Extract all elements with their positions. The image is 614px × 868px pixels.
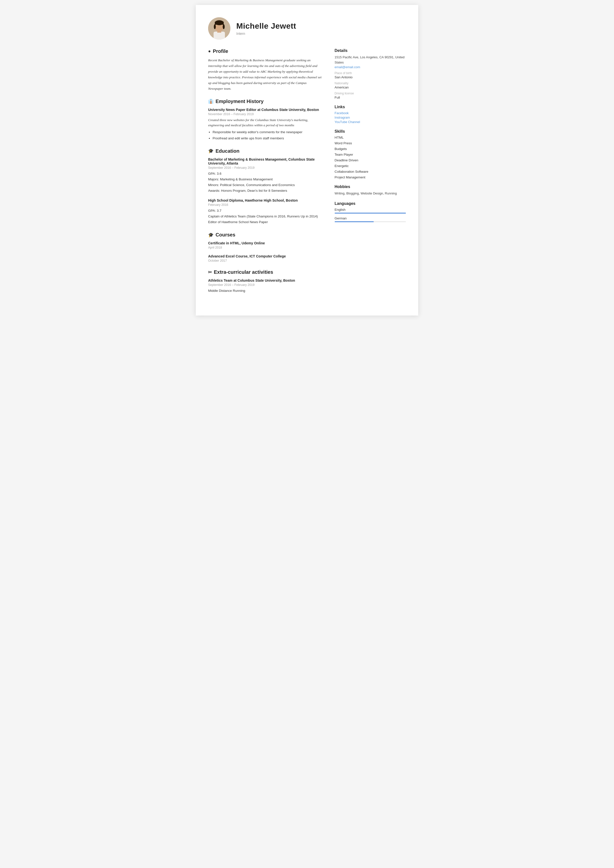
- courses-icon: 🎓: [208, 232, 214, 238]
- course-title-1: Advanced Excel Course, ICT Computer Coll…: [208, 254, 322, 258]
- skill-7: Project Management: [335, 175, 406, 179]
- edu-title-0: Bachelor of Marketing & Business Managem…: [208, 157, 322, 165]
- employment-bullets-0: Responsible for weekly editor's comments…: [213, 129, 322, 141]
- links-heading: Links: [335, 105, 406, 109]
- language-name-0: English: [335, 208, 406, 211]
- course-title-0: Certificate in HTML, Udemy Online: [208, 241, 322, 245]
- edu-title-1: High School Diploma, Hawthorne High Scho…: [208, 198, 322, 202]
- edu-detail-0-3: Awards: Honors Program, Dean's list for …: [208, 188, 322, 194]
- employment-title-0: University News Paper Editor at Columbus…: [208, 108, 322, 112]
- languages-section: Languages English German: [335, 202, 406, 222]
- language-bar-bg-0: [335, 213, 406, 214]
- avatar: [208, 17, 230, 40]
- svg-point-6: [223, 24, 225, 29]
- extracurricular-heading: ✂ Extra-curricular activities: [208, 269, 322, 275]
- skill-2: Budgets: [335, 147, 406, 151]
- education-icon: 🎓: [208, 148, 214, 154]
- employment-heading: 👔 Employment History: [208, 99, 322, 104]
- courses-heading: 🎓 Courses: [208, 232, 322, 238]
- skills-section: Skills HTML Word Press Budgets Team Play…: [335, 129, 406, 179]
- course-date-0: April 2018: [208, 246, 322, 249]
- details-section: Details 1515 Pacific Ave, Los Angeles, C…: [335, 48, 406, 99]
- extra-title-0: Athletics Team at Columbus State Univers…: [208, 279, 322, 282]
- profile-heading: ● Profile: [208, 48, 322, 54]
- employment-icon: 👔: [208, 99, 214, 104]
- extra-item-0: Athletics Team at Columbus State Univers…: [208, 279, 322, 294]
- employment-date-0: November 2016 – February 2019: [208, 112, 322, 116]
- edu-detail-1-2: Editor of Hawthorne School News Paper: [208, 219, 322, 225]
- extra-detail-0-0: Middle Distance Running: [208, 288, 322, 294]
- education-item-1: High School Diploma, Hawthorne High Scho…: [208, 198, 322, 225]
- skill-5: Energetic: [335, 164, 406, 168]
- language-bar-fill-0: [335, 213, 406, 214]
- language-1: German: [335, 217, 406, 222]
- language-bar-fill-1: [335, 222, 374, 222]
- languages-heading: Languages: [335, 202, 406, 206]
- place-of-birth: San Antonio: [335, 75, 406, 79]
- edu-detail-0-1: Majors: Marketing & Business Management: [208, 177, 322, 182]
- bullet-item: Responsible for weekly editor's comments…: [213, 129, 322, 135]
- education-section: 🎓 Education Bachelor of Marketing & Busi…: [208, 148, 322, 225]
- course-item-1: Advanced Excel Course, ICT Computer Coll…: [208, 254, 322, 262]
- extra-date-0: September 2016 – February 2019: [208, 283, 322, 287]
- employment-desc-0: Created three new websites for the Colum…: [208, 117, 322, 128]
- hobbies-heading: Hobbies: [335, 184, 406, 189]
- nationality-label: Nationality: [335, 82, 406, 85]
- driving-license-label: Driving license: [335, 91, 406, 95]
- profile-text: Recent Bachelor of Marketing & Business …: [208, 57, 322, 91]
- language-name-1: German: [335, 217, 406, 220]
- edu-detail-1-1: Captain of Athletics Team (State Champio…: [208, 214, 322, 219]
- employment-section: 👔 Employment History University News Pap…: [208, 99, 322, 141]
- edu-date-0: September 2016 – February 2019: [208, 166, 322, 169]
- link-youtube[interactable]: YouTube Channel: [335, 120, 406, 124]
- courses-section: 🎓 Courses Certificate in HTML, Udemy Onl…: [208, 232, 322, 262]
- skill-4: Deadline Driven: [335, 158, 406, 162]
- header-text: Michelle Jewett Intern: [236, 22, 296, 36]
- edu-detail-0-2: Minors: Political Science, Communication…: [208, 182, 322, 188]
- course-item-0: Certificate in HTML, Udemy Online April …: [208, 241, 322, 249]
- svg-rect-7: [215, 22, 224, 25]
- driving-license: Full: [335, 96, 406, 99]
- link-facebook[interactable]: Facebook: [335, 111, 406, 115]
- extracurricular-icon: ✂: [208, 270, 212, 275]
- full-name: Michelle Jewett: [236, 22, 296, 31]
- job-title: Intern: [236, 32, 296, 36]
- svg-rect-1: [214, 32, 225, 40]
- language-bar-bg-1: [335, 222, 406, 222]
- left-column: ● Profile Recent Bachelor of Marketing &…: [208, 48, 322, 301]
- edu-detail-1-0: GPA: 3.7: [208, 208, 322, 214]
- skills-heading: Skills: [335, 129, 406, 134]
- body-layout: ● Profile Recent Bachelor of Marketing &…: [208, 48, 406, 301]
- skill-0: HTML: [335, 136, 406, 140]
- employment-item-0: University News Paper Editor at Columbus…: [208, 108, 322, 141]
- hobbies-section: Hobbies Writing, Blogging, Website Desig…: [335, 184, 406, 196]
- language-0: English: [335, 208, 406, 214]
- skill-3: Team Player: [335, 153, 406, 157]
- skill-1: Word Press: [335, 141, 406, 145]
- email[interactable]: email@email.com: [335, 65, 406, 69]
- bullet-item: Proofread and edit write ups from staff …: [213, 136, 322, 141]
- resume-container: Michelle Jewett Intern ● Profile Recent …: [196, 5, 418, 316]
- address: 1515 Pacific Ave, Los Angeles, CA 90291,…: [335, 55, 406, 65]
- edu-date-1: February 2016: [208, 203, 322, 206]
- header: Michelle Jewett Intern: [208, 17, 406, 40]
- svg-point-5: [214, 24, 216, 29]
- links-section: Links Facebook Instragram YouTube Channe…: [335, 105, 406, 124]
- skill-6: Collaboration Software: [335, 170, 406, 174]
- nationality: American: [335, 85, 406, 89]
- profile-icon: ●: [208, 49, 211, 54]
- extracurricular-section: ✂ Extra-curricular activities Athletics …: [208, 269, 322, 294]
- education-item-0: Bachelor of Marketing & Business Managem…: [208, 157, 322, 194]
- course-date-1: October 2017: [208, 259, 322, 262]
- edu-detail-0-0: GPA: 3.6: [208, 171, 322, 177]
- right-column: Details 1515 Pacific Ave, Los Angeles, C…: [335, 48, 406, 301]
- hobbies-text: Writing, Blogging, Website Design, Runni…: [335, 191, 406, 196]
- education-heading: 🎓 Education: [208, 148, 322, 154]
- profile-section: ● Profile Recent Bachelor of Marketing &…: [208, 48, 322, 91]
- details-heading: Details: [335, 48, 406, 53]
- link-instagram[interactable]: Instragram: [335, 116, 406, 119]
- place-of-birth-label: Place of birth: [335, 71, 406, 75]
